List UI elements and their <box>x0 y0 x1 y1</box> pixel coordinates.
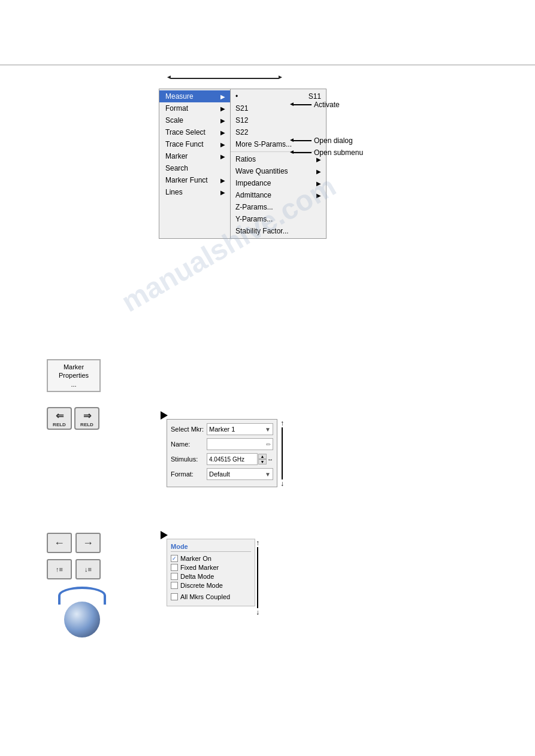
vertical-bracket-2: ↑ ↓ <box>256 539 259 617</box>
vertical-bracket-1: ↑ ↓ <box>280 419 284 488</box>
all-mkrs-coupled-row: All Mkrs Coupled <box>171 593 251 600</box>
format-arrow: ▼ <box>265 471 271 478</box>
menu-right-wave-quantities[interactable]: Wave Quantities ▶ <box>231 165 326 177</box>
format-label: Format: <box>171 470 207 478</box>
select-mkr-arrow: ▼ <box>265 426 271 433</box>
discrete-mode-row: Discrete Mode <box>171 582 251 589</box>
globe-ball <box>64 602 100 637</box>
vb2-line <box>257 547 258 608</box>
reld-buttons-group: ⇐ RELD ⇒ RELD <box>47 407 99 430</box>
select-mkr-dropdown[interactable]: Marker 1 ▼ <box>207 423 273 435</box>
all-mkrs-coupled-checkbox[interactable] <box>171 593 178 600</box>
reld-left-label: RELD <box>53 422 66 427</box>
delta-mode-row: Delta Mode <box>171 573 251 580</box>
ratios-arrow: ▶ <box>316 156 321 163</box>
vb2-bottom-arrow: ↓ <box>256 608 259 617</box>
name-row: Name: ✏ <box>171 438 273 450</box>
stimulus-spinners: ▲ ▼ <box>258 454 267 464</box>
scale-submenu-arrow: ▶ <box>220 117 225 124</box>
double-arrow-annotation <box>171 78 279 79</box>
open-submenu-arrow <box>294 152 312 153</box>
sort-up-icon: ↑≡ <box>56 566 63 573</box>
open-dialog-annotation: Open dialog <box>294 136 353 145</box>
stimulus-down[interactable]: ▼ <box>258 459 267 464</box>
sort-down-button[interactable]: ↓≡ <box>75 559 101 579</box>
menu-right-admittance[interactable]: Admittance ▶ <box>231 189 326 201</box>
delta-mode-checkbox[interactable] <box>171 573 178 580</box>
menu-item-search[interactable]: Search <box>159 162 230 174</box>
select-mkr-row: Select Mkr: Marker 1 ▼ <box>171 423 273 435</box>
vb1-top-arrow: ↑ <box>280 419 284 427</box>
fixed-marker-row: Fixed Marker <box>171 564 251 571</box>
stimulus-label: Stimulus: <box>171 456 207 463</box>
menu-item-marker-funct[interactable]: Marker Funct ▶ <box>159 174 230 186</box>
reld-right-label: RELD <box>80 422 93 427</box>
menu-item-scale[interactable]: Scale ▶ <box>159 114 230 126</box>
trace-funct-submenu-arrow: ▶ <box>220 141 225 148</box>
menu-left-panel: Measure ▶ Format ▶ Scale ▶ Trace Select … <box>159 89 231 239</box>
wave-quantities-arrow: ▶ <box>316 168 321 175</box>
menu-item-format[interactable]: Format ▶ <box>159 102 230 114</box>
menu-right-panel: S11 S21 S12 S22 More S-Params... Ratios … <box>231 89 327 239</box>
activate-annotation: Activate <box>294 101 340 109</box>
format-dropdown[interactable]: Default ▼ <box>207 468 273 480</box>
fixed-marker-label: Fixed Marker <box>180 564 219 571</box>
menu-right-z-params[interactable]: Z-Params... <box>231 201 326 213</box>
marker-submenu-arrow: ▶ <box>220 153 225 160</box>
menu-right-impedance[interactable]: Impedance ▶ <box>231 177 326 189</box>
all-mkrs-coupled-label: All Mkrs Coupled <box>180 593 230 600</box>
reld-right-button[interactable]: ⇒ RELD <box>74 407 99 430</box>
menu-item-marker[interactable]: Marker ▶ <box>159 150 230 162</box>
menu-right-y-params[interactable]: Y-Params... <box>231 213 326 225</box>
name-input[interactable]: ✏ <box>207 438 273 450</box>
menu-item-trace-select[interactable]: Trace Select ▶ <box>159 126 230 138</box>
admittance-arrow: ▶ <box>316 192 321 199</box>
nav-right-icon: → <box>83 537 93 549</box>
sort-buttons-group: ↑≡ ↓≡ <box>47 559 101 579</box>
nav-left-button[interactable]: ← <box>47 533 72 553</box>
vb2-top-arrow: ↑ <box>256 539 259 547</box>
discrete-mode-label: Discrete Mode <box>180 582 223 589</box>
marker-funct-submenu-arrow: ▶ <box>220 177 225 184</box>
nav-buttons-group: ← → <box>47 533 101 553</box>
trace-select-submenu-arrow: ▶ <box>220 129 225 136</box>
marker-on-checkbox[interactable] <box>171 555 178 562</box>
menu-right-s12[interactable]: S12 <box>231 114 326 126</box>
stimulus-row: Stimulus: 4.04515 GHz ▲ ▼ ↔ <box>171 453 273 465</box>
menu-right-stability-factor[interactable]: Stability Factor... <box>231 225 326 237</box>
reld-left-icon: ⇐ <box>56 410 64 421</box>
marker-on-row: Marker On <box>171 555 251 562</box>
stimulus-up[interactable]: ▲ <box>258 454 267 459</box>
nav-right-button[interactable]: → <box>75 533 101 553</box>
mode-dialog: Mode Marker On Fixed Marker Delta Mode D… <box>167 539 255 606</box>
marker-on-label: Marker On <box>180 555 211 562</box>
format-row: Format: Default ▼ <box>171 468 273 480</box>
stimulus-unit: ↔ <box>267 456 273 463</box>
mode-title: Mode <box>171 543 251 552</box>
triangle-pointer-1 <box>161 411 168 420</box>
menu-item-trace-funct[interactable]: Trace Funct ▶ <box>159 138 230 150</box>
menu-item-lines[interactable]: Lines ▶ <box>159 186 230 198</box>
globe-control[interactable] <box>55 587 109 629</box>
name-edit-icon: ✏ <box>266 441 271 448</box>
context-menu: Measure ▶ Format ▶ Scale ▶ Trace Select … <box>159 89 327 239</box>
menu-item-measure[interactable]: Measure ▶ <box>159 90 230 102</box>
stimulus-input[interactable]: 4.04515 GHz <box>207 453 258 465</box>
fixed-marker-checkbox[interactable] <box>171 564 178 571</box>
measure-submenu-arrow: ▶ <box>220 93 225 100</box>
marker-properties-dialog: Select Mkr: Marker 1 ▼ Name: ✏ Stimulus:… <box>167 419 277 487</box>
sort-down-icon: ↓≡ <box>84 566 92 573</box>
sort-up-button[interactable]: ↑≡ <box>47 559 72 579</box>
top-rule <box>0 65 535 65</box>
discrete-mode-checkbox[interactable] <box>171 582 178 589</box>
nav-left-icon: ← <box>54 537 65 549</box>
vb1-bottom-arrow: ↓ <box>280 479 284 488</box>
open-submenu-annotation: Open submenu <box>294 148 363 157</box>
lines-submenu-arrow: ▶ <box>220 189 225 196</box>
reld-left-button[interactable]: ⇐ RELD <box>47 407 72 430</box>
marker-properties-button[interactable]: Marker Properties ... <box>47 359 101 392</box>
activate-arrow <box>294 104 312 105</box>
impedance-arrow: ▶ <box>316 180 321 187</box>
triangle-pointer-2 <box>161 531 168 539</box>
name-label: Name: <box>171 441 207 448</box>
